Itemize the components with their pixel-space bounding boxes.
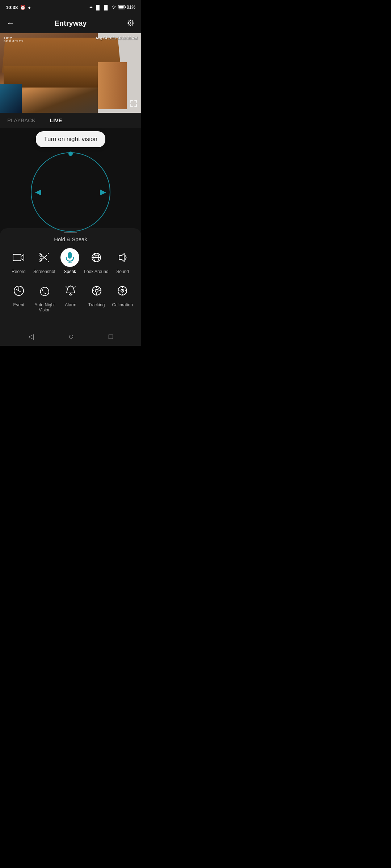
screenshot-icon bbox=[35, 248, 54, 267]
circle-control-wrapper: ◀ ▶ bbox=[31, 152, 110, 232]
settings-button[interactable]: ⚙ bbox=[127, 18, 135, 28]
camera-timestamp: Aug 04 2021 10:38:35 AM bbox=[96, 36, 138, 40]
event-button[interactable]: Event bbox=[7, 281, 30, 307]
event-label: Event bbox=[13, 302, 24, 307]
calibration-label: Calibration bbox=[112, 302, 133, 307]
alarm-icon bbox=[61, 281, 80, 300]
tracking-label: Tracking bbox=[88, 302, 105, 307]
look-around-button[interactable]: 360° Look Around bbox=[84, 248, 108, 274]
nav-back-button[interactable]: ◁ bbox=[28, 332, 34, 341]
bluetooth-icon: ✦ bbox=[89, 5, 93, 10]
event-icon bbox=[9, 281, 28, 300]
mode-tabs: PLAYBACK LIVE bbox=[0, 113, 141, 128]
svg-line-20 bbox=[66, 286, 67, 287]
dot-icon: ● bbox=[28, 5, 31, 10]
svg-marker-15 bbox=[119, 254, 124, 261]
tracking-icon bbox=[87, 281, 106, 300]
sound-icon bbox=[113, 248, 132, 267]
look-around-label: Look Around bbox=[84, 269, 108, 274]
pan-left-button[interactable]: ◀ bbox=[35, 187, 41, 197]
time-display: 10:38 bbox=[6, 5, 18, 10]
record-icon bbox=[9, 248, 28, 267]
system-nav-bar: ◁ ○ □ bbox=[0, 327, 141, 346]
status-left: 10:38 ⏰ ● bbox=[6, 5, 31, 10]
alarm-button[interactable]: Alarm bbox=[59, 281, 82, 307]
battery-icon: 81% bbox=[118, 5, 135, 10]
camera-brand: eufy SECURITY bbox=[4, 36, 24, 43]
auto-night-vision-icon bbox=[35, 281, 54, 300]
tab-live[interactable]: LIVE bbox=[50, 116, 62, 125]
page-title: Entryway bbox=[55, 19, 87, 27]
camera-feed: eufy SECURITY Aug 04 2021 10:38:35 AM bbox=[0, 33, 141, 113]
auto-night-vision-label: Auto Night Vision bbox=[34, 302, 55, 312]
tab-playback[interactable]: PLAYBACK bbox=[7, 116, 35, 125]
hold-speak-label: Hold & Speak bbox=[4, 236, 138, 242]
sound-label: Sound bbox=[116, 269, 129, 274]
speak-label: Speak bbox=[64, 269, 76, 274]
fullscreen-button[interactable] bbox=[130, 99, 138, 109]
battery-percent: 81% bbox=[127, 5, 135, 10]
control-area: Turn on night vision ◀ ▶ Hold & Speak Re… bbox=[0, 128, 141, 327]
shelf-side bbox=[98, 62, 127, 109]
nav-recent-button[interactable]: □ bbox=[109, 332, 113, 341]
speak-button[interactable]: Speak bbox=[58, 248, 81, 274]
action-row-1: Record Screen bbox=[4, 248, 138, 274]
calibration-icon bbox=[113, 281, 132, 300]
tv-element bbox=[0, 84, 22, 113]
screenshot-button[interactable]: Screenshot bbox=[33, 248, 56, 274]
sound-button[interactable]: Sound bbox=[111, 248, 134, 274]
alarm-label: Alarm bbox=[65, 302, 76, 307]
pan-tilt-control[interactable]: ◀ ▶ bbox=[31, 152, 110, 232]
alarm-icon: ⏰ bbox=[20, 5, 26, 10]
bottom-sheet-handle[interactable] bbox=[64, 232, 77, 233]
calibration-button[interactable]: Calibration bbox=[111, 281, 134, 307]
app-header: ← Entryway ⚙ bbox=[0, 13, 141, 33]
night-vision-text: Turn on night vision bbox=[44, 136, 97, 142]
bottom-sheet: Hold & Speak Record bbox=[0, 228, 141, 327]
circle-top-indicator bbox=[68, 152, 73, 156]
back-button[interactable]: ← bbox=[7, 18, 14, 28]
record-button[interactable]: Record bbox=[7, 248, 30, 274]
auto-night-vision-button[interactable]: Auto Night Vision bbox=[33, 281, 56, 312]
svg-point-35 bbox=[122, 290, 123, 292]
svg-rect-2 bbox=[118, 6, 123, 9]
signal-icon: ▐▌ bbox=[94, 5, 101, 10]
look-around-icon: 360° bbox=[87, 248, 106, 267]
status-right: ✦ ▐▌ ▐▌ 81% bbox=[89, 5, 135, 10]
svg-text:360°: 360° bbox=[95, 254, 100, 257]
svg-rect-8 bbox=[68, 252, 72, 259]
svg-rect-1 bbox=[125, 7, 126, 8]
status-bar: 10:38 ⏰ ● ✦ ▐▌ ▐▌ 81% bbox=[0, 0, 141, 13]
svg-rect-3 bbox=[13, 254, 21, 261]
signal2-icon: ▐▌ bbox=[103, 5, 109, 10]
speak-icon bbox=[60, 248, 79, 267]
svg-line-21 bbox=[75, 286, 75, 287]
nav-home-button[interactable]: ○ bbox=[68, 331, 74, 341]
svg-line-18 bbox=[19, 291, 21, 292]
screenshot-label: Screenshot bbox=[33, 269, 55, 274]
svg-point-24 bbox=[95, 289, 98, 292]
record-label: Record bbox=[12, 269, 26, 274]
night-vision-tooltip[interactable]: Turn on night vision bbox=[36, 131, 105, 147]
tracking-button[interactable]: Tracking bbox=[85, 281, 108, 307]
wifi-icon bbox=[111, 5, 117, 10]
pan-right-button[interactable]: ▶ bbox=[100, 187, 106, 197]
action-row-2: Event Auto Night Vision bbox=[4, 281, 138, 312]
